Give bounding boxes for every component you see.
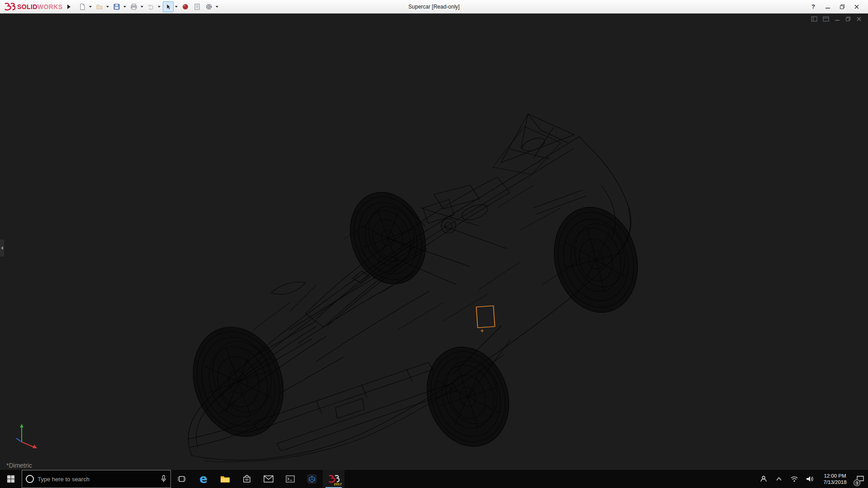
windows-taskbar: e <box>0 470 868 488</box>
dock-window-button[interactable] <box>823 16 829 22</box>
window-controls: ? <box>807 2 866 12</box>
wifi-icon <box>790 476 798 482</box>
selected-entity-highlight[interactable] <box>476 306 495 333</box>
edge-icon: e <box>199 473 208 485</box>
solidworks-year-label: 2017 <box>334 482 342 486</box>
brand-works: WORKS <box>38 3 63 10</box>
open-folder-icon <box>96 3 103 10</box>
brand-solid: SOLID <box>17 3 38 10</box>
undo-button[interactable] <box>146 1 156 12</box>
print-button[interactable] <box>128 1 139 12</box>
view-orientation-label: *Dimetric <box>6 462 32 469</box>
save-icon <box>113 3 120 10</box>
options-gear-icon <box>205 3 212 10</box>
new-document-button[interactable] <box>77 1 88 12</box>
network-button[interactable] <box>787 470 802 488</box>
file-explorer-button[interactable] <box>214 470 236 488</box>
select-button[interactable] <box>163 1 174 12</box>
open-dropdown[interactable] <box>105 1 110 12</box>
action-center-button[interactable]: 3 <box>853 470 868 488</box>
close-icon <box>854 4 859 9</box>
chevron-up-icon <box>776 477 782 481</box>
titlebar: SOLIDWORKS <box>0 0 868 14</box>
solidworks-mark-icon <box>4 2 15 11</box>
help-button[interactable]: ? <box>807 2 819 12</box>
restore-icon <box>840 4 845 9</box>
main-toolbar <box>77 1 220 12</box>
menu-flyout-arrow-icon[interactable] <box>65 2 72 11</box>
taskbar-search[interactable] <box>22 470 171 488</box>
wireframe-car-model[interactable] <box>0 14 868 470</box>
console-icon <box>286 475 295 483</box>
file-explorer-icon <box>220 475 230 483</box>
volume-button[interactable] <box>802 470 817 488</box>
clock-date: 7/13/2018 <box>823 479 846 485</box>
document-window-controls <box>811 16 862 22</box>
float-window-button[interactable] <box>811 16 817 22</box>
undo-icon <box>147 3 155 10</box>
minimize-icon <box>825 4 830 9</box>
minimize-button[interactable] <box>822 2 834 12</box>
mail-icon <box>264 475 274 483</box>
wheel-front-right[interactable] <box>415 336 522 457</box>
search-input[interactable] <box>38 476 157 483</box>
print-dropdown[interactable] <box>139 1 145 12</box>
open-button[interactable] <box>94 1 105 12</box>
file-properties-icon <box>193 3 201 10</box>
select-dropdown[interactable] <box>174 1 179 12</box>
cad-app-button[interactable] <box>301 470 323 488</box>
appearances-sphere-icon <box>182 3 189 10</box>
hidden-icons-button[interactable] <box>771 470 787 488</box>
undo-dropdown[interactable] <box>156 1 162 12</box>
people-icon <box>760 475 768 483</box>
store-button[interactable] <box>236 470 258 488</box>
clock-time: 12:00 PM <box>824 473 846 479</box>
console-button[interactable] <box>279 470 301 488</box>
chevron-left-icon <box>1 246 3 250</box>
notification-badge: 3 <box>854 479 860 486</box>
wheel-rear-right[interactable] <box>543 198 649 322</box>
file-properties-button[interactable] <box>192 1 203 12</box>
close-document-button[interactable] <box>856 16 862 22</box>
options-button[interactable] <box>203 1 214 12</box>
restore-button[interactable] <box>836 2 848 12</box>
new-document-icon <box>79 3 86 10</box>
orientation-triad <box>10 421 39 453</box>
save-dropdown[interactable] <box>122 1 127 12</box>
mail-button[interactable] <box>258 470 279 488</box>
task-view-icon <box>177 475 186 483</box>
restore-document-button[interactable] <box>845 16 851 22</box>
solidworks-taskbar-button[interactable]: 2017 <box>323 470 344 488</box>
select-cursor-icon <box>165 3 172 10</box>
speaker-icon <box>806 475 814 483</box>
store-icon <box>242 474 251 483</box>
taskbar-clock[interactable]: 12:00 PM 7/13/2018 <box>817 470 853 488</box>
close-button[interactable] <box>851 2 863 12</box>
save-button[interactable] <box>111 1 122 12</box>
microphone-icon[interactable] <box>160 475 167 483</box>
wheel-rear-left[interactable] <box>338 182 438 295</box>
cortana-icon <box>26 475 34 483</box>
collapsed-panel-tab[interactable] <box>0 239 4 257</box>
start-button[interactable] <box>0 470 22 488</box>
system-tray: 12:00 PM 7/13/2018 3 <box>756 470 868 488</box>
graphics-viewport[interactable]: *Dimetric <box>0 14 868 470</box>
windows-logo-icon <box>7 475 15 483</box>
task-view-button[interactable] <box>171 470 193 488</box>
minimize-document-button[interactable] <box>835 16 840 22</box>
solidworks-logo: SOLIDWORKS <box>2 2 65 11</box>
options-dropdown[interactable] <box>214 1 220 12</box>
new-document-dropdown[interactable] <box>88 1 93 12</box>
edge-button[interactable]: e <box>193 470 214 488</box>
cad-app-icon <box>307 474 316 483</box>
people-button[interactable] <box>756 470 771 488</box>
print-icon <box>130 3 137 10</box>
appearances-button[interactable] <box>180 1 191 12</box>
